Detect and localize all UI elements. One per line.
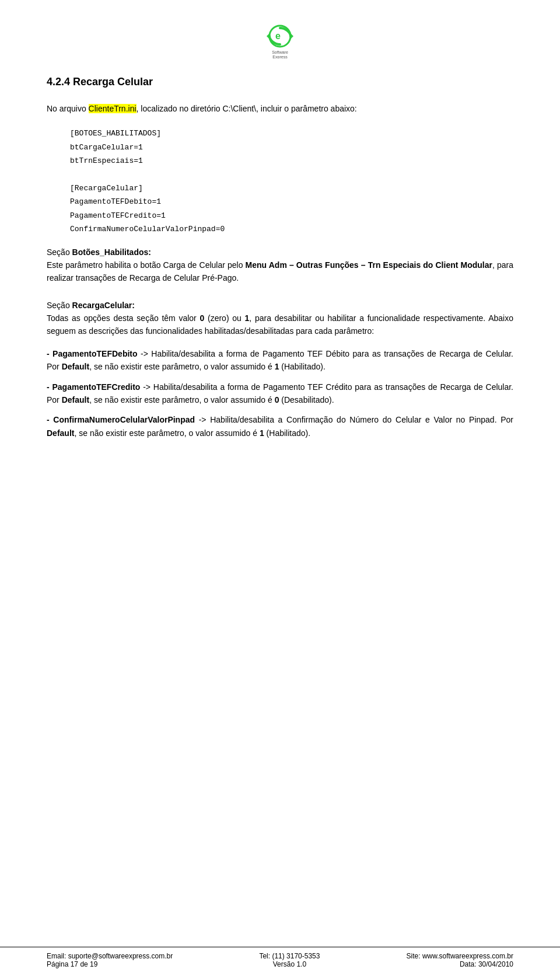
param-confirma-desc1: Habilita/desabilita a Confirmação do Núm… (210, 415, 513, 424)
footer-center: Tel: (11) 3170-5353 Versão 1.0 (259, 952, 320, 968)
param-credito: - PagamentoTEFCredito -> Habilita/desabi… (47, 381, 513, 407)
secao-botoes-desc1: Este parâmetro habilita o botão Carga de… (47, 260, 246, 270)
intro-text-after: , localizado no diretório C:\Client\, in… (136, 104, 357, 113)
param-debito-label: - PagamentoTEFDebito (47, 349, 138, 358)
code-line-2: btCargaCelular=1 (70, 141, 513, 154)
code-line-3: btTrnEspeciais=1 (70, 154, 513, 168)
param-confirma-default: Default (47, 428, 74, 438)
param-credito-desc3: (Desabilitado). (279, 395, 334, 404)
code-line-4: [RecargaCelular] (70, 182, 513, 195)
param-credito-default: Default (62, 395, 89, 404)
page-footer: Email: suporte@softwareexpress.com.br Pá… (0, 947, 560, 973)
secao-recarga-desc1: Todas as opções desta seção têm valor (47, 313, 200, 323)
secao-botoes-paragraph: Seção Botões_Habilitados: Este parâmetro… (47, 246, 513, 285)
intro-paragraph: No arquivo ClienteTrn.ini, localizado no… (47, 102, 513, 115)
svg-text:e: e (275, 31, 281, 41)
param-debito-desc3: (Habilitado). (279, 362, 325, 371)
secao-recarga-paragraph: Seção RecargaCelular: Todas as opções de… (47, 299, 513, 338)
code-line-7: ConfirmaNumeroCelularValorPinpad=0 (70, 222, 513, 236)
code-line-1: [BOTOES_HABILITADOS] (70, 127, 513, 140)
section-title: Recarga Celular (73, 76, 153, 88)
svg-text:Software: Software (272, 50, 288, 54)
param-debito-default: Default (62, 362, 89, 371)
footer-date: Data: 30/04/2010 (407, 960, 513, 968)
footer-version: Versão 1.0 (259, 960, 320, 968)
footer-email: Email: suporte@softwareexpress.com.br (47, 952, 173, 960)
svg-marker-1 (290, 33, 293, 39)
param-confirma-desc3: (Habilitado). (264, 428, 310, 438)
secao-recarga-label: Seção (47, 301, 72, 310)
footer-right: Site: www.softwareexpress.com.br Data: 3… (407, 952, 513, 968)
section-heading: 4.2.4 Recarga Celular (47, 76, 513, 88)
code-block: [BOTOES_HABILITADOS] btCargaCelular=1 bt… (70, 127, 513, 236)
secao-recarga-bold: RecargaCelular: (72, 301, 135, 310)
param-credito-desc2: , se não existir este parâmetro, o valor… (89, 395, 274, 404)
code-line-5: PagamentoTEFDebito=1 (70, 195, 513, 208)
section-number: 4.2.4 (47, 76, 70, 88)
page-container: e Software Express 4.2.4 Recarga Celular… (0, 0, 560, 973)
param-debito-arrow: -> (138, 349, 152, 358)
param-confirma-value: 1 (260, 428, 264, 438)
footer-tel: Tel: (11) 3170-5353 (259, 952, 320, 960)
secao-recarga-desc3: , para desabilitar ou habilitar a funcio… (249, 313, 488, 323)
intro-highlight: ClienteTrn.ini (89, 104, 136, 113)
header-logo: e Software Express (47, 23, 513, 58)
param-confirma-desc2: , se não existir este parâmetro, o valor… (74, 428, 259, 438)
footer-page: Página 17 de 19 (47, 960, 173, 968)
param-confirma: - ConfirmaNumeroCelularValorPinpad -> Ha… (47, 413, 513, 440)
svg-text:Express: Express (272, 55, 288, 58)
param-credito-label: - PagamentoTEFCredito (47, 382, 140, 392)
secao-recarga-desc2: (zero) ou (204, 313, 244, 323)
svg-marker-2 (267, 33, 270, 39)
param-debito: - PagamentoTEFDebito -> Habilita/desabil… (47, 347, 513, 374)
param-confirma-label: - ConfirmaNumeroCelularValorPinpad (47, 415, 195, 424)
secao-botoes-bold: Botões_Habilitados: (72, 247, 151, 257)
param-confirma-arrow: -> (195, 415, 210, 424)
secao-botoes-label: Seção (47, 247, 72, 257)
footer-site: Site: www.softwareexpress.com.br (407, 952, 513, 960)
software-express-logo-icon: e Software Express (257, 23, 303, 58)
intro-text-before: No arquivo (47, 104, 89, 113)
param-credito-arrow: -> (140, 382, 153, 392)
secao-botoes-menu: Menu Adm – Outras Funções – Trn Especiai… (246, 260, 492, 270)
code-line-6: PagamentoTEFCredito=1 (70, 209, 513, 222)
param-debito-desc2: , se não existir este parâmetro, o valor… (89, 362, 274, 371)
footer-left: Email: suporte@softwareexpress.com.br Pá… (47, 952, 173, 968)
